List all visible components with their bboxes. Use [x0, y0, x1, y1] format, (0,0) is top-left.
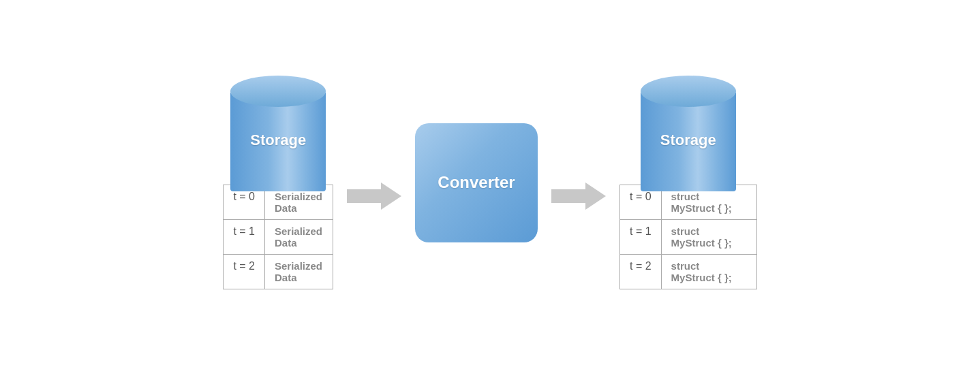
right-section: Storage t = 0 structMyStruct { }; t = 1 … [619, 76, 757, 289]
time-cell-2-right: t = 2 [620, 255, 662, 289]
cylinder-top-right [641, 76, 736, 107]
left-storage-label: Storage [250, 131, 306, 149]
converter-label: Converter [438, 173, 515, 192]
right-data-table: t = 0 structMyStruct { }; t = 1 structMy… [619, 185, 757, 289]
right-storage-cylinder: Storage [641, 76, 736, 191]
data-cell-2-left: SerializedData [265, 255, 333, 289]
arrow-left [347, 179, 401, 213]
cylinder-top-left [230, 76, 326, 107]
arrow-right-icon [551, 179, 606, 213]
diagram: Storage t = 0 SerializedData t = 1 Seria… [0, 0, 980, 365]
arrow-left-icon [347, 179, 401, 213]
struct-cell-1-right: structMyStruct { }; [661, 220, 756, 255]
left-storage-cylinder: Storage [230, 76, 326, 191]
left-section: Storage t = 0 SerializedData t = 1 Seria… [223, 76, 333, 289]
converter-box: Converter [415, 123, 538, 242]
svg-marker-1 [551, 182, 606, 210]
right-table-wrapper: t = 0 structMyStruct { }; t = 1 structMy… [619, 185, 757, 289]
time-cell-2-left: t = 2 [224, 255, 265, 289]
table-row: t = 2 structMyStruct { }; [620, 255, 757, 289]
table-row: t = 2 SerializedData [224, 255, 333, 289]
time-cell-1-left: t = 1 [224, 220, 265, 255]
table-row: t = 1 structMyStruct { }; [620, 220, 757, 255]
arrow-right [551, 179, 606, 213]
data-cell-1-left: SerializedData [265, 220, 333, 255]
left-data-table: t = 0 SerializedData t = 1 SerializedDat… [223, 185, 333, 289]
time-cell-1-right: t = 1 [620, 220, 662, 255]
left-table-wrapper: t = 0 SerializedData t = 1 SerializedDat… [223, 185, 333, 289]
svg-marker-0 [347, 182, 401, 210]
table-row: t = 1 SerializedData [224, 220, 333, 255]
struct-cell-2-right: structMyStruct { }; [661, 255, 756, 289]
right-storage-label: Storage [660, 131, 716, 149]
